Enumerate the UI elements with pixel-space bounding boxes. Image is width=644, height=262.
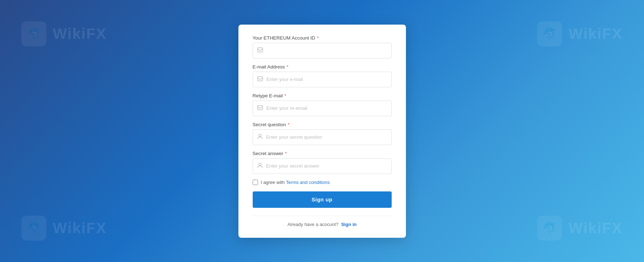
email-field-group: E-mail Address * — [253, 64, 392, 87]
retype-email-input[interactable] — [267, 106, 387, 111]
email-required: * — [285, 64, 288, 70]
ethereum-label: Your ETHEREUM Account ID * — [253, 35, 392, 41]
signup-button[interactable]: Sign up — [253, 191, 392, 208]
secret-question-label: Secret question * — [253, 122, 392, 127]
svg-rect-2 — [258, 106, 263, 110]
ethereum-required: * — [315, 35, 319, 41]
secret-question-input[interactable] — [266, 134, 387, 140]
ethereum-input[interactable] — [267, 48, 387, 53]
svg-point-3 — [259, 134, 261, 137]
retype-email-field-group: Retype E-mail * — [253, 93, 392, 116]
already-have-account-text: Already have a acocunt? — [287, 222, 338, 227]
secret-answer-required: * — [284, 151, 287, 156]
terms-text[interactable]: I agree with Terms and conditions — [261, 180, 330, 185]
secret-question-input-wrapper — [253, 129, 392, 145]
secret-answer-input-wrapper — [253, 158, 392, 174]
secret-answer-field-group: Secret answer * — [253, 151, 392, 174]
terms-row: I agree with Terms and conditions — [253, 180, 392, 185]
divider — [253, 216, 392, 216]
ethereum-icon — [257, 47, 263, 54]
email-icon — [257, 76, 263, 83]
email-input[interactable] — [267, 77, 387, 82]
terms-checkbox[interactable] — [253, 180, 258, 185]
page-center: Your ETHEREUM Account ID * E-mail Addres… — [0, 0, 644, 262]
secret-question-field-group: Secret question * — [253, 122, 392, 145]
svg-rect-0 — [258, 48, 263, 52]
signin-link[interactable]: Sign in — [341, 222, 356, 227]
retype-email-icon — [257, 105, 263, 112]
email-input-wrapper — [253, 72, 392, 87]
svg-rect-1 — [258, 77, 263, 81]
retype-email-required: * — [283, 93, 286, 98]
retype-email-input-wrapper — [253, 101, 392, 116]
secret-answer-label: Secret answer * — [253, 151, 392, 156]
ethereum-field-group: Your ETHEREUM Account ID * — [253, 35, 392, 58]
secret-answer-icon — [257, 163, 263, 170]
signin-row: Already have a acocunt? Sign in — [253, 222, 392, 227]
terms-link[interactable]: Terms and conditions — [286, 180, 330, 185]
secret-question-required: * — [286, 122, 289, 127]
form-card: Your ETHEREUM Account ID * E-mail Addres… — [238, 25, 406, 238]
email-label: E-mail Address * — [253, 64, 392, 70]
svg-point-4 — [259, 163, 261, 165]
retype-email-label: Retype E-mail * — [253, 93, 392, 98]
ethereum-input-wrapper — [253, 43, 392, 58]
secret-question-icon — [257, 134, 263, 141]
secret-answer-input[interactable] — [266, 163, 387, 169]
